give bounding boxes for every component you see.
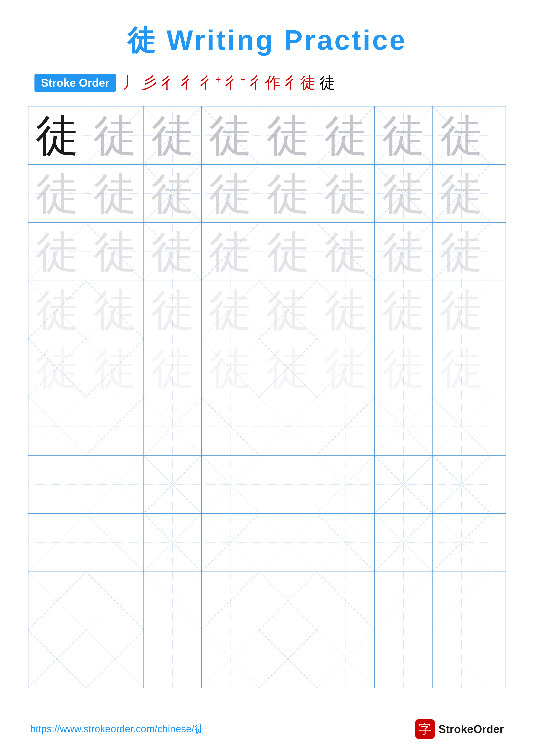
grid-cell[interactable] [202,397,259,455]
grid-cell[interactable] [375,572,433,630]
grid-cell[interactable] [144,514,202,572]
footer: https://www.strokeorder.com/chinese/徒 字 … [0,719,534,739]
stroke-order-badge: Stroke Order [35,74,116,92]
grid-cell[interactable]: 徒 [144,165,202,222]
grid-cell[interactable] [144,397,202,455]
grid-row: 徒 徒 徒 徒 徒 徒 徒 徒 [28,165,506,223]
grid-cell[interactable]: 徒 [86,281,144,339]
grid-cell[interactable]: 徒 [144,281,202,339]
grid-cell[interactable] [317,397,375,455]
grid-cell[interactable] [317,456,375,513]
grid-row: 徒 徒 徒 徒 徒 徒 徒 徒 [28,281,506,339]
grid-cell[interactable]: 徒 [86,223,144,281]
grid-cell[interactable] [202,514,259,572]
grid-cell[interactable]: 徒 [375,223,433,281]
grid-cell[interactable]: 徒 [259,165,317,222]
grid-cell[interactable]: 徒 [28,106,86,164]
grid-cell[interactable] [375,630,433,688]
grid-cell[interactable]: 徒 [259,106,317,164]
footer-brand-name: StrokeOrder [439,723,504,736]
grid-cell[interactable]: 徒 [317,339,375,397]
grid-cell[interactable]: 徒 [28,165,86,222]
grid-cell[interactable] [259,572,317,630]
grid-row [28,630,506,688]
grid-cell[interactable]: 徒 [375,339,433,397]
grid-cell[interactable]: 徒 [144,106,202,164]
grid-cell[interactable]: 徒 [202,281,259,339]
grid-row [28,397,506,456]
grid-cell[interactable] [433,514,490,572]
grid-cell[interactable] [375,514,433,572]
grid-cell[interactable] [144,456,202,513]
practice-grid: 徒 徒 徒 徒 徒 徒 徒 徒 [28,106,506,688]
grid-cell[interactable]: 徒 [144,339,202,397]
grid-cell[interactable]: 徒 [317,165,375,222]
grid-cell[interactable]: 徒 [375,281,433,339]
grid-cell[interactable]: 徒 [259,223,317,281]
grid-cell[interactable]: 徒 [317,106,375,164]
grid-cell[interactable]: 徒 [259,281,317,339]
grid-cell[interactable]: 徒 [86,106,144,164]
grid-cell[interactable] [202,630,259,688]
grid-cell[interactable] [28,456,86,513]
grid-cell[interactable]: 徒 [144,223,202,281]
grid-row [28,572,506,630]
footer-url-link[interactable]: https://www.strokeorder.com/chinese/徒 [30,722,204,736]
grid-cell[interactable] [259,456,317,513]
grid-cell[interactable] [375,397,433,455]
grid-row [28,514,506,572]
page-title: 徒 Writing Practice [0,0,534,60]
grid-cell[interactable] [375,456,433,513]
grid-cell[interactable]: 徒 [433,281,490,339]
grid-cell[interactable] [259,397,317,455]
footer-logo: 字 StrokeOrder [415,719,504,739]
grid-cell[interactable]: 徒 [86,339,144,397]
grid-cell[interactable] [259,630,317,688]
grid-cell[interactable] [28,514,86,572]
grid-cell[interactable] [86,572,144,630]
stroke-order-section: Stroke Order 丿 彡 彳 彳 彳+ 彳+ 彳作 彳徒 徒 [0,60,534,102]
grid-cell[interactable]: 徒 [202,223,259,281]
grid-cell[interactable] [433,397,490,455]
strokeorder-icon: 字 [415,719,435,739]
grid-cell[interactable]: 徒 [28,223,86,281]
grid-cell[interactable] [317,630,375,688]
grid-cell[interactable] [86,397,144,455]
grid-cell[interactable] [86,456,144,513]
grid-cell[interactable] [28,397,86,455]
grid-cell[interactable] [433,630,490,688]
grid-cell[interactable] [144,630,202,688]
grid-cell[interactable] [433,572,490,630]
grid-cell[interactable] [202,456,259,513]
grid-cell[interactable]: 徒 [202,339,259,397]
grid-cell[interactable]: 徒 [317,223,375,281]
grid-row: 徒 徒 徒 徒 徒 徒 徒 徒 [28,223,506,281]
grid-cell[interactable] [28,572,86,630]
grid-cell[interactable] [433,456,490,513]
grid-cell[interactable]: 徒 [259,339,317,397]
grid-row [28,456,506,514]
grid-cell[interactable]: 徒 [317,281,375,339]
grid-cell[interactable]: 徒 [375,106,433,164]
grid-cell[interactable]: 徒 [86,165,144,222]
grid-row: 徒 徒 徒 徒 徒 徒 徒 徒 [28,106,506,165]
grid-cell[interactable]: 徒 [433,223,490,281]
grid-cell[interactable] [202,572,259,630]
grid-cell[interactable] [144,572,202,630]
grid-cell[interactable] [317,514,375,572]
grid-cell[interactable] [259,514,317,572]
grid-cell[interactable]: 徒 [433,106,490,164]
grid-cell[interactable] [28,630,86,688]
grid-cell[interactable]: 徒 [375,165,433,222]
stroke-sequence: 丿 彡 彳 彳 彳+ 彳+ 彳作 彳徒 徒 [122,72,335,93]
grid-cell[interactable]: 徒 [433,339,490,397]
grid-cell[interactable]: 徒 [28,281,86,339]
grid-cell[interactable]: 徒 [433,165,490,222]
grid-cell[interactable]: 徒 [202,106,259,164]
grid-cell[interactable] [86,514,144,572]
grid-cell[interactable] [86,630,144,688]
grid-row: 徒 徒 徒 徒 徒 徒 徒 徒 [28,339,506,397]
grid-cell[interactable]: 徒 [28,339,86,397]
grid-cell[interactable]: 徒 [202,165,259,222]
grid-cell[interactable] [317,572,375,630]
